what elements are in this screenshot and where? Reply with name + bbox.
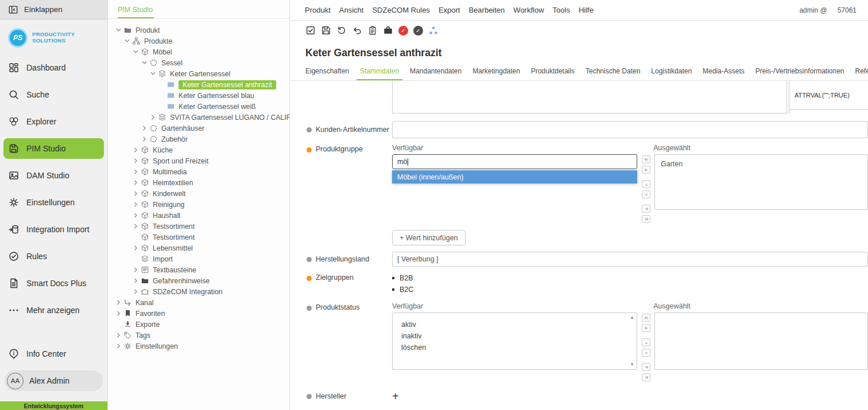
tree-node-heimtextilien[interactable]: Heimtextilien bbox=[108, 177, 289, 188]
tab-produktdetails[interactable]: Produktdetails bbox=[531, 67, 575, 80]
chevron-right-icon[interactable] bbox=[132, 288, 140, 295]
menu-hilfe[interactable]: Hilfe bbox=[579, 6, 594, 14]
move-up-button[interactable]: ▲ bbox=[642, 180, 650, 188]
tree-node-kinderwelt[interactable]: Kinderwelt bbox=[108, 188, 289, 199]
chevron-right-icon[interactable] bbox=[149, 114, 157, 121]
sidebar-item-dashboard[interactable]: Dashboard bbox=[3, 57, 104, 78]
move-left-button[interactable]: ◀ bbox=[642, 205, 650, 213]
move-down-button[interactable]: ▼ bbox=[642, 349, 650, 357]
move-down-button[interactable]: ▼ bbox=[642, 190, 650, 198]
menu-ansicht[interactable]: Ansicht bbox=[339, 6, 364, 14]
tree-node-einstellungen[interactable]: Einstellungen bbox=[108, 341, 289, 352]
scroll-down-arrow[interactable]: ▼ bbox=[630, 362, 634, 367]
chevron-right-icon[interactable] bbox=[132, 266, 140, 274]
move-left-button[interactable]: ◀ bbox=[642, 363, 650, 371]
chevron-right-icon[interactable] bbox=[115, 342, 122, 350]
tab-mandantendaten[interactable]: Mandantendaten bbox=[410, 67, 462, 80]
suggestion-item[interactable]: Möbel (innen/außen) bbox=[392, 170, 637, 183]
user-menu[interactable]: AA Alex Admin bbox=[5, 370, 103, 391]
structure-icon[interactable] bbox=[428, 25, 439, 36]
herstellungsland-input[interactable] bbox=[392, 252, 868, 267]
refresh-icon[interactable] bbox=[336, 25, 347, 36]
status-option[interactable]: löschen bbox=[401, 342, 628, 353]
tab-technische-daten[interactable]: Technische Daten bbox=[586, 67, 640, 80]
tree-node-svita-gartensessel-lugano-california[interactable]: SVITA Gartensessel LUGANO / CALIFORNIA bbox=[108, 112, 289, 123]
tree-node-zubehör[interactable]: Zubehör bbox=[108, 134, 289, 145]
chevron-right-icon[interactable] bbox=[132, 179, 140, 186]
sidebar-item-smart-docs-plus[interactable]: Smart Docs Plus bbox=[3, 273, 104, 294]
chevron-down-icon[interactable] bbox=[141, 59, 148, 67]
tab-media-assets[interactable]: Media-Assets bbox=[703, 67, 745, 80]
move-right-button[interactable]: ▶ bbox=[642, 166, 650, 174]
sidebar-item-integration-import[interactable]: Integration Import bbox=[3, 219, 104, 240]
chevron-right-icon[interactable] bbox=[115, 331, 122, 339]
tree-node-reinigung[interactable]: Reinigung bbox=[108, 199, 289, 210]
sidebar-item-info-center[interactable]: Info Center bbox=[3, 343, 104, 364]
add-hersteller-button[interactable]: + bbox=[392, 391, 399, 402]
sidebar-item-mehr-anzeigen[interactable]: Mehr anzeigen bbox=[3, 300, 104, 321]
menu-bearbeiten[interactable]: Bearbeiten bbox=[468, 6, 505, 14]
menu-workflow[interactable]: Workflow bbox=[513, 6, 544, 14]
chevron-right-icon[interactable] bbox=[132, 146, 140, 154]
tree-node-küche[interactable]: Küche bbox=[108, 145, 289, 155]
briefcase-icon[interactable] bbox=[383, 25, 393, 36]
selected-item[interactable]: Garten bbox=[661, 159, 862, 169]
status-valid-icon[interactable]: ✓ bbox=[413, 26, 423, 36]
move-up-button[interactable]: ▲ bbox=[642, 338, 650, 346]
tree-node-produkt[interactable]: Produkt bbox=[108, 25, 289, 36]
tree-node-lebensmittel[interactable]: Lebensmittel bbox=[108, 243, 289, 253]
sidebar-item-dam-studio[interactable]: DAM Studio bbox=[3, 165, 104, 186]
tab-preis-vertriebsinformationen[interactable]: Preis-/Vertriebsinformationen bbox=[755, 67, 844, 80]
status-option[interactable]: inaktiv bbox=[401, 330, 628, 342]
tree-node-tags[interactable]: Tags bbox=[108, 330, 289, 341]
menu-tools[interactable]: Tools bbox=[553, 6, 570, 14]
tree-node-keter-gartensessel-blau[interactable]: Keter Gartensessel blau bbox=[108, 90, 289, 101]
sidebar-item-suche[interactable]: Suche bbox=[3, 84, 104, 105]
undo-icon[interactable] bbox=[352, 25, 362, 36]
tree-node-favoriten[interactable]: Favoriten bbox=[108, 308, 289, 319]
menu-export[interactable]: Export bbox=[439, 6, 460, 14]
move-right-button[interactable]: ▶ bbox=[642, 324, 650, 332]
status-invalid-icon[interactable]: ✓ bbox=[398, 26, 408, 36]
tab-referenzen[interactable]: Referenzen bbox=[855, 67, 868, 80]
tree-node-testsortiment[interactable]: Testsortiment bbox=[108, 221, 289, 232]
tree-node-keter-gartensessel[interactable]: Keter Gartensessel bbox=[108, 68, 289, 79]
chevron-right-icon[interactable] bbox=[132, 168, 140, 175]
status-option[interactable]: aktiv bbox=[401, 319, 628, 330]
move-all-right-button[interactable]: ▶| bbox=[642, 314, 650, 322]
chevron-right-icon[interactable] bbox=[132, 277, 140, 284]
save-icon[interactable] bbox=[321, 25, 331, 36]
move-all-left-button[interactable]: |◀ bbox=[642, 215, 650, 223]
chevron-right-icon[interactable] bbox=[141, 124, 148, 132]
chevron-right-icon[interactable] bbox=[132, 201, 140, 208]
add-value-button[interactable]: + Wert hinzufügen bbox=[392, 230, 466, 245]
tab-logistikdaten[interactable]: Logistikdaten bbox=[651, 67, 692, 80]
tree-node-möbel[interactable]: Möbel bbox=[108, 46, 289, 57]
chevron-right-icon[interactable] bbox=[132, 222, 140, 230]
tree-node-sessel[interactable]: Sessel bbox=[108, 57, 289, 68]
chevron-down-icon[interactable] bbox=[132, 48, 140, 56]
tree-tab-pim-studio[interactable]: PIM Studio bbox=[118, 6, 153, 18]
tree-node-testsortiment[interactable]: Testsortiment bbox=[108, 232, 289, 243]
sidebar-item-pim-studio[interactable]: PIM Studio bbox=[3, 138, 104, 159]
move-all-left-button[interactable]: |◀ bbox=[642, 373, 650, 381]
attribute-textarea[interactable] bbox=[392, 81, 787, 114]
tab-stammdaten[interactable]: Stammdaten bbox=[360, 67, 399, 80]
tree-node-gefahrenhinweise[interactable]: Gefahrenhinweise bbox=[108, 275, 289, 286]
tree-node-textbausteine[interactable]: Textbausteine bbox=[108, 264, 289, 275]
tree-node-keter-gartensessel-weiß[interactable]: Keter Gartensessel weiß bbox=[108, 101, 289, 112]
tree-node-multimedia[interactable]: Multimedia bbox=[108, 166, 289, 177]
tree-node-keter-gartensessel-anthrazit[interactable]: Keter Gartensessel anthrazit bbox=[108, 79, 289, 90]
sidebar-item-explorer[interactable]: Explorer bbox=[3, 111, 104, 132]
tab-eigenschaften[interactable]: Eigenschaften bbox=[305, 67, 349, 80]
tree-node-import[interactable]: Import bbox=[108, 253, 289, 264]
tree-node-exporte[interactable]: Exporte bbox=[108, 319, 289, 330]
chevron-down-icon[interactable] bbox=[115, 26, 122, 34]
save-all-icon[interactable] bbox=[305, 25, 316, 36]
produktgruppe-search-input[interactable]: mö bbox=[392, 154, 637, 169]
sidebar-item-rules[interactable]: Rules bbox=[3, 246, 104, 267]
menu-produkt[interactable]: Produkt bbox=[305, 6, 331, 14]
produktgruppe-selected-list[interactable]: Garten bbox=[654, 154, 868, 210]
move-all-right-button[interactable]: ▶| bbox=[642, 155, 650, 163]
menu-sdzecom-rules[interactable]: SDZeCOM Rules bbox=[372, 6, 429, 14]
